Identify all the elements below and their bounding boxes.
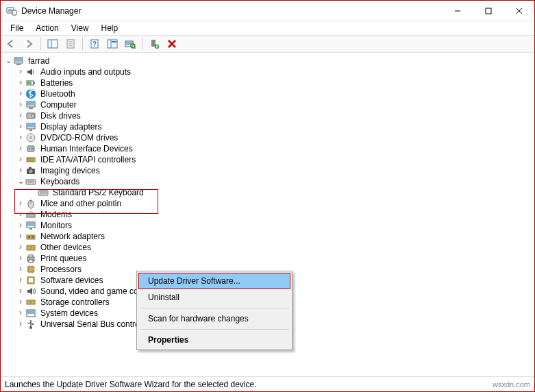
chevron-icon[interactable] [16, 264, 25, 275]
chevron-icon[interactable] [16, 308, 25, 319]
menu-action[interactable]: Action [30, 22, 64, 34]
chevron-icon[interactable] [16, 66, 25, 77]
svg-rect-73 [29, 255, 33, 257]
chevron-icon[interactable] [16, 220, 25, 231]
tree-root-label: farrad [27, 56, 51, 66]
chevron-icon[interactable] [16, 121, 25, 132]
help-button[interactable]: ? [87, 36, 102, 51]
scan-hardware-button[interactable] [123, 36, 138, 51]
uninstall-button[interactable] [164, 36, 179, 51]
chevron-icon[interactable] [16, 110, 25, 121]
tree-item-label: Mice and other pointin [39, 199, 123, 208]
tree-root[interactable]: farrad [3, 56, 534, 66]
svg-rect-7 [48, 40, 58, 48]
tree-item[interactable]: Audio inputs and outputs [3, 66, 534, 77]
tree-item[interactable]: Batteries [3, 77, 534, 88]
storage-icon [25, 297, 36, 308]
tree-item[interactable]: Network adapters [3, 231, 534, 242]
svg-point-39 [32, 114, 34, 117]
svg-rect-54 [29, 167, 32, 169]
context-menu-uninstall[interactable]: Uninstall [138, 289, 290, 306]
tree-item[interactable]: DVD/CD-ROM drives [3, 132, 534, 143]
chevron-icon[interactable] [16, 231, 25, 242]
tree-item[interactable]: Display adapters [3, 121, 534, 132]
tree-item[interactable]: Bluetooth [3, 88, 534, 99]
tree-item-label: Storage controllers [39, 297, 111, 307]
modem-icon [25, 209, 36, 220]
back-button[interactable] [3, 36, 18, 51]
svg-point-53 [29, 170, 33, 173]
ide-icon [25, 154, 36, 165]
menu-view[interactable]: View [66, 22, 95, 34]
context-menu-properties[interactable]: Properties [138, 332, 290, 348]
mouse-icon [25, 198, 36, 209]
tree-item[interactable]: Print queues [3, 253, 534, 264]
tree-item-label: Bluetooth [39, 89, 77, 99]
tree-item[interactable]: Keyboards [3, 176, 534, 187]
svg-rect-68 [28, 236, 30, 238]
menu-file[interactable]: File [5, 22, 29, 34]
maximize-button[interactable] [473, 1, 503, 21]
device-tree[interactable]: farrad Audio inputs and outputsBatteries… [1, 53, 534, 376]
display-icon [25, 121, 36, 132]
context-menu-update-driver[interactable]: Update Driver Software... [138, 273, 290, 289]
tree-item[interactable]: Disk drives [3, 110, 534, 121]
disk-icon [25, 110, 36, 121]
tree-item[interactable]: Mice and other pointin [3, 198, 534, 209]
dvd-icon [25, 132, 36, 143]
monitor-icon [25, 220, 36, 231]
minimize-button[interactable] [442, 1, 473, 21]
svg-rect-85 [29, 278, 33, 282]
properties-button[interactable] [63, 36, 78, 51]
forward-button[interactable] [21, 36, 36, 51]
chevron-icon[interactable] [16, 143, 25, 154]
close-button[interactable] [503, 1, 534, 21]
svg-rect-66 [29, 228, 32, 230]
chevron-icon[interactable] [16, 209, 25, 220]
chevron-icon[interactable] [16, 297, 25, 308]
svg-rect-22 [151, 40, 155, 47]
chevron-icon[interactable] [16, 253, 25, 264]
chevron-icon[interactable] [16, 176, 25, 187]
chevron-down-icon[interactable] [3, 56, 13, 66]
tree-item[interactable]: IDE ATA/ATAPI controllers [3, 154, 534, 165]
tree-item[interactable]: Imaging devices [3, 165, 534, 176]
tree-item[interactable]: Modems [3, 209, 534, 220]
show-hide-tree-button[interactable] [45, 36, 60, 51]
context-menu-scan[interactable]: Scan for hardware changes [138, 310, 290, 327]
chevron-icon[interactable] [16, 242, 25, 253]
svg-rect-33 [27, 82, 32, 84]
svg-line-21 [134, 47, 136, 49]
svg-rect-74 [29, 260, 33, 262]
svg-rect-4 [486, 8, 491, 14]
titlebar: Device Manager [1, 1, 534, 21]
chevron-icon[interactable] [16, 319, 25, 330]
svg-point-46 [29, 148, 30, 149]
chevron-icon[interactable] [16, 198, 25, 209]
tree-item[interactable]: Human Interface Devices [3, 143, 534, 154]
svg-rect-29 [15, 58, 22, 62]
tree-item-child[interactable]: Standard PS/2 Keyboard [3, 187, 534, 198]
tree-item[interactable]: ?Other devices [3, 242, 534, 253]
tree-item-label: Computer [39, 100, 78, 110]
svg-point-87 [30, 302, 32, 303]
system-icon [25, 308, 36, 319]
chevron-icon[interactable] [16, 165, 25, 176]
tree-item[interactable]: Monitors [3, 220, 534, 231]
menu-help[interactable]: Help [96, 22, 124, 34]
tree-item-label: Print queues [39, 254, 88, 263]
chevron-icon[interactable] [16, 99, 25, 110]
tree-item[interactable]: Computer [3, 99, 534, 110]
add-legacy-button[interactable] [147, 36, 162, 51]
software-icon [25, 275, 36, 286]
chevron-icon[interactable] [16, 154, 25, 165]
tree-item-label: Processors [39, 265, 83, 274]
chevron-icon[interactable] [16, 275, 25, 286]
chevron-icon[interactable] [16, 88, 25, 99]
svg-rect-41 [27, 124, 34, 127]
chevron-icon[interactable] [16, 77, 25, 88]
chevron-icon[interactable] [16, 132, 25, 143]
action-button[interactable] [105, 36, 120, 51]
network-icon [25, 231, 36, 242]
chevron-icon[interactable] [16, 286, 25, 297]
